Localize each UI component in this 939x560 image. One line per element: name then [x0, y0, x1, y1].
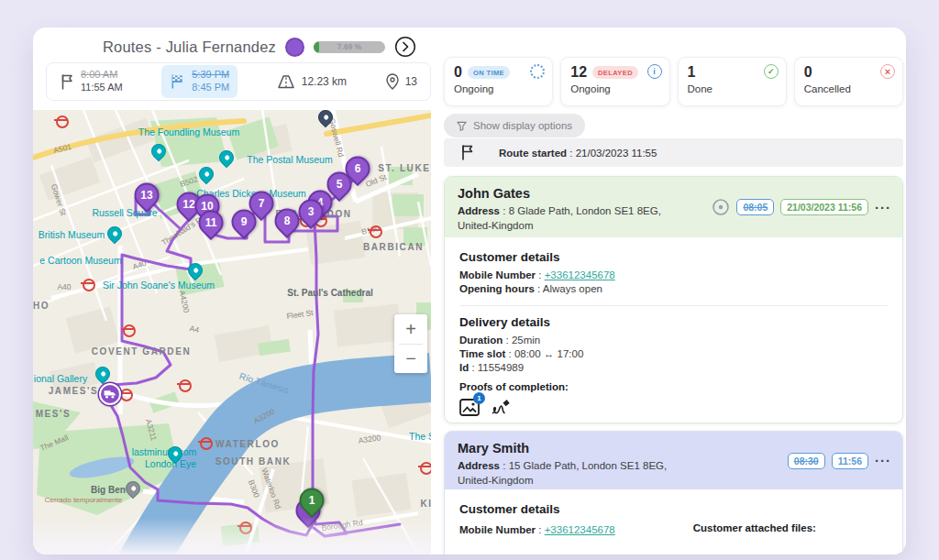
map-label: British Museum [39, 229, 105, 240]
marker-number: 1 [300, 489, 325, 511]
stop-header[interactable]: Mary Smith Address : 15 Glade Path, Lond… [445, 432, 902, 489]
map-label: ST. LUKE'S [378, 163, 431, 173]
route-progress-bar: 7.69 % [314, 41, 385, 53]
zoom-out-button[interactable]: − [394, 345, 427, 374]
map-label: A40 [57, 282, 71, 291]
stop-marker[interactable]: 11 [199, 211, 224, 236]
marker-number: 7 [249, 192, 274, 214]
separator: : [469, 362, 478, 373]
map-label: JAMES'S [49, 386, 99, 396]
duration-value: 25min [512, 335, 540, 346]
eta-time-badge: 11:56 [832, 453, 868, 469]
proofs-row: 1 [459, 399, 888, 420]
photo-proof-button[interactable]: 1 [459, 399, 480, 420]
poi-pin-icon [107, 226, 122, 241]
customer-details-heading: Customer details [459, 250, 888, 264]
map-label: COVENT GARDEN [92, 346, 192, 357]
map-label: HO [33, 301, 50, 311]
poi-pin-icon [318, 110, 333, 125]
cancelled-label: Cancelled [804, 83, 893, 94]
route-started-value: 21/03/2023 11:55 [576, 148, 657, 159]
id-value: 11554989 [478, 362, 524, 373]
planned-end-time: 5:39 PM [192, 69, 229, 82]
more-options-button[interactable]: ··· [875, 200, 891, 215]
underground-roundel-icon [369, 225, 380, 236]
separator: : [505, 348, 514, 359]
map-zoom-control: + − [394, 314, 427, 373]
map-label: The Postal Museum [247, 154, 332, 165]
road-icon [277, 74, 295, 89]
attached-files-label: Customer attached files: [693, 522, 888, 538]
poi-pin-icon [168, 446, 182, 461]
page-title: Routes - Julia Fernandez [103, 38, 276, 56]
info-icon: i [647, 64, 662, 79]
distance-value: 12.23 km [302, 75, 347, 88]
status-card-ontime[interactable]: 0 ON TIME Ongoing [444, 57, 553, 106]
completed-time-badge: 21/03/2023 11:56 [780, 199, 868, 215]
poi-pin-icon [126, 481, 140, 496]
stop-marker[interactable]: 13 [135, 183, 160, 208]
truck-icon [104, 390, 116, 399]
status-card-done[interactable]: 1 Done ✓ [678, 57, 787, 106]
delayed-badge: DELAYED [592, 66, 638, 79]
stop-marker[interactable]: 1 [300, 489, 325, 513]
stops-count-stat: 13 [386, 73, 417, 90]
opening-hours-label: Opening hours [459, 283, 535, 294]
timeslot-value: 08:00 ↔ 17:00 [514, 348, 583, 359]
zoom-in-button[interactable]: + [394, 314, 427, 344]
proofs-label: Proofs of completion: [459, 381, 888, 392]
flag-icon [60, 73, 74, 91]
chevron-right-icon [394, 36, 416, 58]
underground-roundel-icon [419, 462, 430, 473]
scheduled-time-badge: 08:30 [788, 453, 825, 469]
route-map[interactable]: The Foundling MuseumThe Postal MuseumCha… [33, 110, 431, 555]
end-time-stat[interactable]: 5:39 PM 8:45 PM [161, 65, 238, 98]
stop-card-mary-smith: Mary Smith Address : 15 Glade Path, Lond… [444, 431, 903, 555]
map-label: The Foundling Museum [138, 126, 239, 137]
planned-start-time: 8:00 AM [81, 69, 123, 82]
ontime-label: Ongoing [454, 83, 543, 94]
map-label: e Cartoon Museum [39, 255, 121, 266]
stop-marker[interactable]: 3 [299, 200, 324, 225]
mobile-number-link[interactable]: +33612345678 [545, 524, 615, 535]
mobile-number-link[interactable]: +33612345678 [545, 269, 615, 280]
map-label: WATERLOO [215, 439, 280, 449]
status-card-delayed[interactable]: 12 DELAYED Ongoing i [560, 57, 669, 106]
stop-marker[interactable]: 7 [249, 192, 274, 216]
poi-pin-icon [188, 263, 203, 278]
map-label: St. Paul's Cathedral [287, 288, 373, 298]
route-started-banner: Route started : 21/03/2023 11:55 [444, 138, 903, 167]
cancel-circle-icon: × [880, 64, 895, 79]
map-label: KI [420, 499, 431, 509]
separator: : [500, 460, 509, 471]
show-display-options-button[interactable]: Show display options [444, 114, 585, 137]
customer-details-heading: Customer details [459, 502, 888, 516]
actual-end-time: 8:45 PM [192, 82, 229, 94]
actual-start-time: 11:55 AM [81, 82, 123, 94]
id-label: Id [459, 362, 469, 373]
map-label: ional Gallery [34, 373, 87, 384]
poi-pin-icon [151, 144, 166, 159]
location-pin-icon [386, 73, 399, 90]
delayed-label: Ongoing [570, 83, 659, 94]
underground-roundel-icon [55, 115, 66, 126]
marker-number: 13 [135, 183, 160, 206]
address-label: Address [458, 460, 500, 471]
more-options-button[interactable]: ··· [875, 453, 891, 468]
vehicle-marker[interactable] [99, 383, 121, 405]
marker-number: 11 [199, 211, 224, 234]
address-line1: 8 Glade Path, London SE1 8EG, [509, 205, 661, 216]
stop-header[interactable]: John Gates Address : 8 Glade Path, Londo… [445, 177, 902, 237]
stop-marker[interactable]: 6 [346, 157, 370, 181]
route-detail-panel[interactable]: 0 ON TIME Ongoing 12 DELAYED Ongoing i 1… [444, 27, 903, 555]
signature-proof-button[interactable] [491, 399, 511, 420]
section-divider [459, 305, 888, 306]
timeslot-label: Time slot [459, 348, 505, 359]
stop-marker[interactable]: 8 [275, 209, 300, 234]
distance-stat: 12.23 km [277, 74, 347, 89]
poi-pin-icon [199, 167, 214, 181]
marker-number: 3 [299, 200, 324, 223]
expand-route-button[interactable] [394, 36, 416, 58]
status-card-cancelled[interactable]: 0 Cancelled × [794, 57, 903, 106]
separator: : [503, 335, 512, 346]
